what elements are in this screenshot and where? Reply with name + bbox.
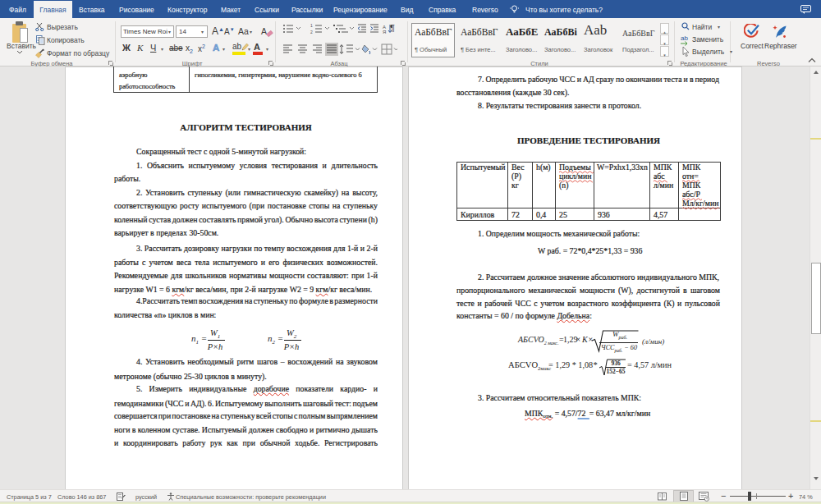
svg-text:2: 2 (310, 30, 313, 34)
svg-text:1: 1 (310, 23, 313, 28)
svg-text:Я: Я (383, 30, 386, 34)
